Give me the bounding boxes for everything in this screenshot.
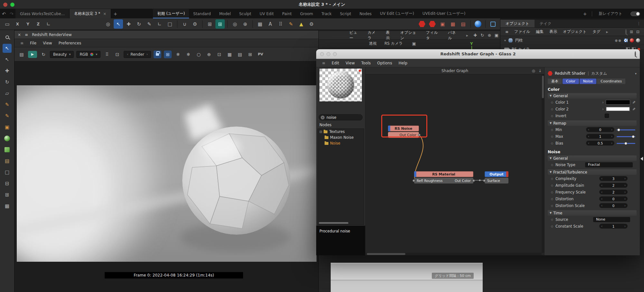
grid-snap-icon[interactable]: ⊞ — [215, 19, 225, 29]
complexity-stepper[interactable]: ‹3› — [599, 176, 628, 181]
sketch-tool-icon[interactable]: ✎ — [3, 111, 12, 120]
collapse-icon[interactable]: ⊟ — [319, 130, 322, 134]
live-selection-tool-icon[interactable]: ↖ — [3, 44, 12, 53]
selection-tool-icon[interactable]: ↖ — [3, 55, 12, 64]
display-options-icon[interactable]: ⠿ — [103, 51, 111, 58]
panel-menu-icon[interactable]: ⋮ — [637, 21, 641, 26]
pan-view-icon[interactable]: ✚ — [472, 32, 479, 39]
uv-tag-icon[interactable] — [624, 38, 628, 42]
add-snapshot-icon[interactable]: ⊞ — [246, 51, 254, 58]
viewport-menu-filter[interactable]: フィルタ — [422, 30, 444, 41]
snapshot-nav[interactable]: ‹ Render › — [124, 51, 151, 58]
close-panel-icon[interactable]: × — [18, 33, 21, 37]
grid-icon[interactable]: ⊞ — [205, 19, 214, 29]
crop-icon[interactable]: ⊡ — [113, 51, 121, 58]
sg-menu-help[interactable]: Help — [395, 61, 411, 65]
coordinate-system-icon[interactable]: ∟ — [44, 19, 53, 29]
picture-viewer-button[interactable]: PV — [257, 51, 264, 58]
rotate-tool-icon[interactable]: ↻ — [3, 78, 12, 87]
rotate-tool-icon[interactable]: ↻ — [134, 19, 144, 29]
start-render-button[interactable]: ▶ — [28, 51, 37, 58]
bias-slider[interactable] — [617, 141, 635, 146]
om-menu-file[interactable]: ファイル — [511, 29, 533, 34]
canvas-vscrollbar[interactable] — [542, 74, 544, 253]
viewport-menu-display[interactable]: 表示 — [382, 30, 397, 41]
scale-tool-icon[interactable]: ▱ — [3, 89, 12, 98]
new-layout-button[interactable]: 新レイアウト — [595, 11, 627, 16]
om-menu-object[interactable]: オブジェクト — [560, 29, 590, 34]
tree-item-noise[interactable]: Noise — [318, 140, 364, 146]
live-selection-icon[interactable]: ↖ — [114, 19, 123, 29]
om-burger-icon[interactable]: ≡ — [502, 30, 511, 34]
grid-overlay-icon[interactable]: ⊞ — [164, 51, 172, 58]
new-document-button[interactable]: + — [111, 9, 119, 18]
node-search-input[interactable]: × noise — [319, 114, 363, 120]
redshift-render-icon[interactable] — [417, 19, 427, 29]
color2-swatch[interactable] — [606, 107, 630, 111]
preset-arrow-icon[interactable]: ▾ — [635, 72, 637, 75]
redshift-ipr-icon[interactable] — [428, 19, 437, 29]
max-slider[interactable] — [617, 134, 635, 139]
sg-menu-tools[interactable]: Tools — [358, 61, 374, 65]
snap-magnet-icon[interactable]: ∪ — [180, 19, 189, 29]
viewport-layout-icon[interactable] — [488, 19, 497, 29]
spline-tool-icon[interactable]: ▣ — [3, 123, 12, 132]
tree-item-maxon-noise[interactable]: Maxon Noise — [318, 135, 364, 140]
deformer-tool-icon[interactable]: ⊞ — [3, 190, 12, 199]
axis-x-button[interactable]: X — [13, 19, 22, 29]
freeze-icon[interactable]: ❄ — [174, 51, 182, 58]
compare-icon[interactable]: ▦ — [226, 51, 233, 58]
render-save-icon[interactable]: ▦ — [448, 19, 458, 29]
min-stepper[interactable]: ‹0› — [586, 127, 614, 132]
group-fractal[interactable]: ▼ Fractal/Turbulence — [548, 169, 637, 175]
group-general[interactable]: ▼ General — [548, 93, 637, 99]
layout-tab-track[interactable]: Track — [317, 9, 336, 18]
preset-dropdown[interactable]: カスタム — [591, 71, 607, 76]
target-icon[interactable]: ⊕ — [241, 19, 250, 29]
lock-icon[interactable] — [154, 51, 161, 58]
object-label[interactable]: 円柱 — [515, 38, 523, 43]
close-tab-icon[interactable]: × — [103, 12, 106, 16]
camera-name-label[interactable]: RS カメラ — [384, 41, 403, 46]
tree-item-textures[interactable]: ⊟ Textures — [318, 129, 364, 135]
layout-tab-nodes[interactable]: Nodes — [355, 9, 376, 18]
doc-tab-glass[interactable]: Glass WorksTestCube... — [15, 9, 70, 18]
projection-label[interactable]: 透視 — [369, 41, 377, 46]
panel-burger-icon[interactable]: ≡ — [25, 33, 28, 37]
layout-tab-groom[interactable]: Groom — [296, 9, 317, 18]
visibility-dots-icon[interactable]: ●● — [615, 39, 622, 42]
freeze-all-icon[interactable]: ❄ — [185, 51, 192, 58]
channel-dropdown[interactable]: RGB ▾ — [76, 51, 100, 58]
shader-graph-canvas[interactable]: Shader Graph ◎ ↓ RS Noise Out Color — [365, 67, 544, 255]
redo-icon[interactable]: ↷ — [8, 9, 15, 18]
scene-tool-icon[interactable]: ▦ — [3, 202, 12, 211]
globe-icon[interactable]: ◎ — [532, 69, 535, 73]
rv-menu-preferences[interactable]: Preferences — [55, 41, 85, 45]
window-search-icon[interactable] — [635, 52, 636, 56]
save-image-icon[interactable]: ▤ — [18, 51, 25, 58]
bias-stepper[interactable]: ‹0.5› — [586, 141, 614, 146]
render-region-icon[interactable]: ⊡ — [215, 51, 223, 58]
group-general2[interactable]: ▼ General — [548, 155, 637, 161]
tree-hscrollbar[interactable] — [319, 222, 348, 224]
region-circle-icon[interactable]: ○ — [195, 51, 203, 58]
out-color-port[interactable] — [472, 179, 475, 182]
shader-graph-titlebar[interactable]: Redshift Shader Graph - Glass 2 — [316, 49, 640, 59]
world-icon[interactable]: ◎ — [103, 19, 113, 29]
eyedropper-icon[interactable]: ✎ — [631, 100, 636, 104]
min-slider[interactable] — [617, 127, 635, 132]
array-tool-icon[interactable]: ▤ — [3, 156, 12, 165]
group-remap[interactable]: ▼ Remap — [548, 120, 637, 126]
aov-dropdown[interactable]: Beauty ▾ — [50, 51, 74, 58]
output-node[interactable]: Output Surface — [485, 171, 508, 184]
om-menu-edit[interactable]: 編集 — [533, 29, 546, 34]
distortion-scale-stepper[interactable]: ‹0› — [599, 203, 628, 208]
axis-z-button[interactable]: Z — [33, 19, 43, 29]
rs-material-node[interactable]: RS Material Refl Roughness Out Color — [414, 171, 473, 184]
layout-tab-script[interactable]: Script — [336, 9, 355, 18]
ruler-icon[interactable]: ∟ — [155, 19, 164, 29]
orbit-view-icon[interactable]: ↻ — [479, 32, 486, 39]
layout-tab-startup[interactable]: 初期 (ユーザー) — [153, 9, 189, 18]
render-camera-icon[interactable]: ▣ — [438, 19, 447, 29]
rv-menu-file[interactable]: File — [27, 41, 40, 45]
